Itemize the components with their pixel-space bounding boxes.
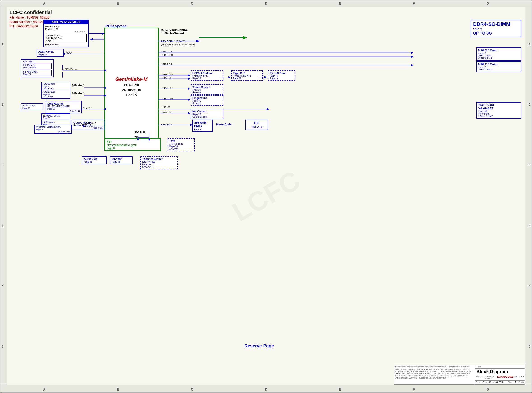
amd-package: Package: S3	[45, 28, 87, 30]
grid-col-f-bot: F	[413, 388, 415, 391]
lan-pcie-port: PCIe Port4	[47, 110, 80, 112]
ddr4-block: DDR4-SO-DIMM Page 17 UP TO 8G	[471, 20, 521, 37]
watermark: LCFC	[227, 164, 305, 227]
ec-spi-box: EC SPI Port	[245, 120, 268, 130]
edp-signal: eDP x2 Lane	[64, 68, 78, 70]
grid-col-e-bot: E	[339, 388, 341, 391]
footer-size-row: Size C Document Number EG431/BG532 Rev 1…	[475, 375, 525, 381]
ngff-sub: WLAN&BT	[478, 107, 519, 110]
amd-pcie-label: PCIe Port 1~4	[45, 30, 87, 33]
touch-screen-note: Reserve	[192, 91, 221, 94]
footer-sheet-value: 2	[515, 381, 516, 383]
footer-title-block: Title Block Diagram Size C Document Numb…	[475, 365, 525, 384]
tpm-page: Page 38	[169, 145, 193, 148]
amd-gddr-page: Page 26	[46, 39, 86, 42]
spi-rom-page: Page 6	[194, 128, 211, 131]
hdmi-conn-title: HDMI Conn.	[38, 50, 62, 53]
typec-conn-note: Reserve	[270, 77, 293, 80]
amd-pages: Page 19~25	[45, 43, 87, 46]
usb20-signal-b: USB2.0 1x	[161, 77, 173, 79]
grid-left-labels: 1 2 3 4 5 6	[2, 14, 3, 377]
geminilake-tdp: TDP 6W	[126, 93, 137, 96]
grid-col-d: D	[265, 2, 267, 5]
thermal-box: Thermal Sensor NCT7718W Page 36 Reserve …	[141, 156, 178, 169]
grid-row-4: 4	[2, 224, 3, 227]
footer-of-label: of	[518, 381, 520, 383]
lan-title: LAN Realtek	[47, 102, 80, 105]
usb20-signal-1: USB 2.0 1x	[161, 54, 173, 56]
amd-title: AMD LV2-R17M-M1-70	[44, 20, 88, 24]
ngff-title: NGFF Card	[478, 103, 519, 107]
thermal-note: Reserve 1	[142, 166, 176, 168]
touchpad-box: Touch Pad Page 45	[82, 156, 107, 164]
hp-mic-label: HP&Mic Combo Conn.	[36, 126, 70, 128]
fingerprint-note: Reserve	[192, 102, 221, 105]
amd-vram: VRAM: 256*32	[46, 34, 86, 37]
thermal-chip: NCT7718W	[142, 161, 176, 163]
usb20-conn-box: USB 2.0 Conn Page 31 USB 2.0 Port3	[476, 61, 521, 72]
lan-chip: RTL8106E/RTL8107E	[47, 105, 80, 108]
touch-screen-title: Touch Screen	[192, 86, 221, 89]
tpm-note: Reserve	[169, 148, 193, 150]
grid-row-2-r: 2	[529, 103, 530, 106]
border-left: 1 2 3 4 5 6	[0, 7, 7, 385]
int-camera-page: Page 28	[192, 113, 221, 116]
sdmmc-page: Page 35	[43, 117, 69, 119]
thermal-page: Page 36	[142, 163, 176, 166]
int-camera-title: Int. Camera	[192, 110, 221, 113]
grid-col-d-bot: D	[265, 388, 267, 391]
footer-rev-value: 1.0	[521, 375, 524, 380]
espi-signal: ESPI BUS	[161, 123, 172, 126]
grid-row-6-r: 6	[529, 345, 530, 348]
ec-ite-title: EC	[107, 140, 158, 144]
ddr4-speed: 1.2V DDR4 2133 MT/s	[161, 40, 186, 43]
sata-odd-label: SATA ODD	[43, 91, 69, 93]
int-camera-port: USB 2.0 Port4	[192, 116, 221, 118]
usb20-signal-2: USB 2.0 1x	[161, 63, 173, 66]
sata-hdd-box: SATA HDD Page 42 SATA Port0	[41, 82, 70, 91]
ngff-page: Page 39	[478, 110, 519, 113]
hdmi-conn-box: HDMI Conn. Page 32	[37, 49, 64, 57]
touch-screen-box: Touch Screen Page 28 Reserve	[190, 84, 223, 95]
ec-spi-title: EC	[248, 121, 266, 126]
usb20-signal-d: USB2.0 1x	[161, 98, 173, 100]
border-right: 1 2 3 4 5 6	[525, 7, 532, 385]
sata-hdd-label: SATA HDD	[43, 83, 69, 85]
grid-row-5: 5	[2, 284, 3, 288]
amd-vram-box: VRAM: 256*32 GDDR5*2: 2GB Page 26	[45, 34, 87, 42]
typec-ic-title: Type-C IC	[233, 72, 261, 75]
tpm-title: TPM	[169, 139, 193, 142]
hdmi-conn-page: Page 32	[38, 53, 62, 56]
spk-conn-label: SPK Conn.	[43, 121, 69, 123]
rj45-box: RJ45 Conn. Page 37	[21, 103, 43, 110]
grid-row-1: 1	[2, 42, 3, 46]
geminilake-bga: BGA-1090	[124, 83, 139, 87]
intkbd-page: Page 45	[112, 161, 131, 163]
grid-row-2: 2	[2, 103, 3, 106]
header-confidential: LCFC confidential	[10, 10, 52, 15]
intkbd-title: Int.KBD	[112, 157, 131, 161]
edp-conn-box: eDP Conn Int. Camera USB 2.0 Port6 Int. …	[21, 59, 54, 78]
usb20-signal-e: USB2.0 1x	[161, 111, 173, 114]
grid-row-6: 6	[2, 345, 3, 348]
pcie-1x-signal: PCIe 1x	[83, 107, 92, 109]
content-area: LCFC LCFC confidential File Name : TURIN…	[7, 7, 525, 385]
rj45-page: Page 37	[22, 107, 42, 109]
ddr4-capacity: UP TO 8G	[473, 31, 519, 36]
lan-box: LAN Realtek RTL8106E/RTL8107E Page 36 PC…	[46, 101, 82, 113]
grid-row-1-r: 1	[529, 42, 530, 46]
typec-conn-box: Type-C Conn Page 29 Reserve	[268, 70, 295, 81]
grid-col-a-bot: A	[43, 388, 45, 391]
sdmmc-label: SD/MMC Conn.	[43, 114, 69, 117]
footer-docnum-label: Document Number	[485, 375, 495, 380]
usb20-x1-signal: USB2.0 x1	[84, 122, 96, 125]
int-camera-edp-box: Int. Camera USB 2.0 Port6	[23, 63, 52, 69]
footer-docnum-value: EG431/BG532	[497, 375, 513, 380]
grid-right-labels: 1 2 3 4 5 6	[529, 14, 530, 377]
ec-ite-block: EC ITE IT8986E/BX-LQFP Page 44	[104, 138, 161, 151]
typec-conn-title: Type-C Conn	[270, 72, 293, 75]
usb30-conn-port1: USB 3.0 Port1	[478, 54, 520, 57]
fingerprint-page: Page 45	[192, 100, 221, 102]
grid-row-3: 3	[2, 163, 3, 167]
usb30-signal-b: USB3.0 1x	[161, 73, 173, 76]
